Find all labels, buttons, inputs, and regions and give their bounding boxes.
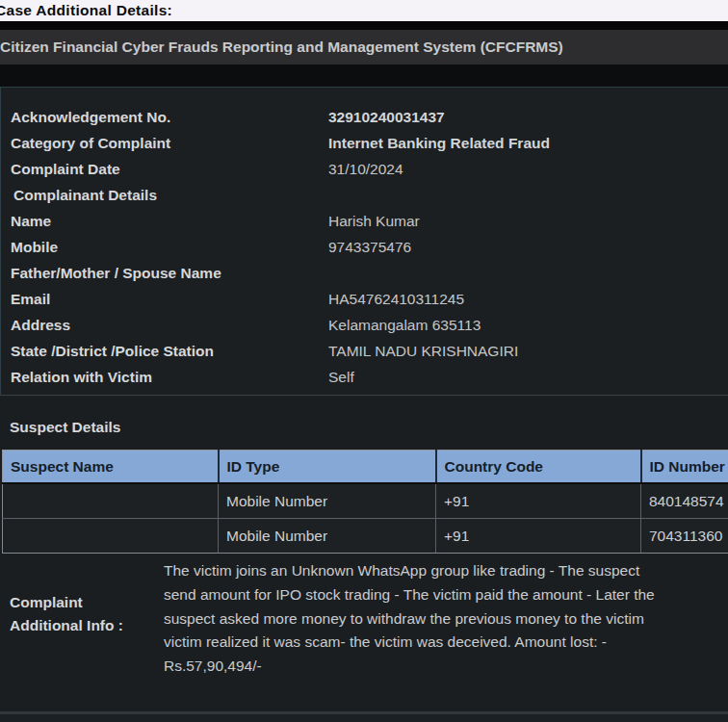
column-header-suspect-name: Suspect Name [3, 451, 219, 484]
field-value: Kelamangalam 635113 [328, 312, 481, 338]
complainant-details-panel: Acknowledgement No. 32910240031437 Categ… [0, 87, 728, 396]
complaint-additional-info-text: The victim joins an Unknown WhatsApp gro… [164, 559, 728, 679]
table-row: Mobile Number +91 704311360 [3, 519, 728, 554]
field-label: Complaint Date [11, 156, 328, 182]
detail-row-name: Name Harish Kumar [11, 208, 728, 234]
complaint-additional-info-section: Complaint Additional Info : The victim j… [0, 554, 728, 711]
field-label: Mobile [11, 234, 328, 260]
cell-suspect-name [3, 519, 219, 554]
section-label: Complainant Details [11, 182, 331, 208]
divider-strip [0, 64, 728, 87]
field-label: Email [11, 286, 328, 312]
field-value: Internet Banking Related Fraud [328, 130, 550, 156]
detail-row-complaint-date: Complaint Date 31/10/2024 [11, 156, 728, 182]
field-value: 32910240031437 [328, 104, 445, 130]
detail-row-state-district-ps: State /District /Police Station TAMIL NA… [11, 338, 728, 364]
cell-id-type: Mobile Number [219, 483, 436, 519]
cell-suspect-name [3, 483, 219, 519]
divider-strip [0, 21, 728, 30]
column-header-country-code: Country Code [436, 451, 641, 484]
detail-row-email: Email HA54762410311245 [11, 286, 728, 312]
report-body: Acknowledgement No. 32910240031437 Categ… [0, 87, 728, 711]
case-additional-details-page: Case Additional Details: Citizen Financi… [0, 0, 728, 722]
page-title: Case Additional Details: [0, 2, 172, 19]
table-header-row: Suspect Name ID Type Country Code ID Num… [3, 451, 728, 484]
table-row: Mobile Number +91 840148574 [3, 483, 728, 519]
cell-country-code: +91 [436, 519, 641, 554]
cell-id-type: Mobile Number [219, 519, 436, 554]
field-value: 31/10/2024 [328, 156, 403, 182]
detail-row-category: Category of Complaint Internet Banking R… [11, 130, 728, 156]
field-value: HA54762410311245 [328, 286, 464, 312]
field-value: Self [328, 364, 354, 390]
system-title: Citizen Financial Cyber Frauds Reporting… [0, 39, 563, 56]
field-value: 9743375476 [328, 234, 411, 260]
field-label: Father/Mother / Spouse Name [11, 260, 328, 286]
page-header-bar: Case Additional Details: [0, 0, 728, 21]
cell-id-number: 704311360 [641, 519, 728, 554]
field-label: Acknowledgement No. [11, 104, 328, 130]
field-label: Category of Complaint [11, 130, 328, 156]
detail-row-relation-with-victim: Relation with Victim Self [11, 364, 728, 390]
system-title-bar: Citizen Financial Cyber Frauds Reporting… [0, 30, 728, 64]
suspect-details-table: Suspect Name ID Type Country Code ID Num… [2, 450, 728, 554]
cell-id-number: 840148574 [641, 483, 728, 519]
field-value: Harish Kumar [328, 208, 420, 234]
detail-row-acknowledgement-no: Acknowledgement No. 32910240031437 [11, 104, 728, 130]
field-label: Name [11, 208, 328, 234]
complaint-additional-info-label: Complaint Additional Info : [10, 591, 156, 637]
complainant-details-subheading: Complainant Details [11, 182, 728, 208]
detail-row-address: Address Kelamangalam 635113 [11, 312, 728, 338]
cell-country-code: +91 [436, 483, 641, 519]
field-label: Relation with Victim [11, 364, 328, 390]
field-label: State /District /Police Station [11, 338, 328, 364]
suspect-details-heading: Suspect Details [10, 414, 120, 440]
column-header-id-number: ID Number [641, 451, 728, 484]
detail-row-father-mother-spouse: Father/Mother / Spouse Name [11, 260, 728, 286]
detail-row-mobile: Mobile 9743375476 [11, 234, 728, 260]
field-label: Address [11, 312, 328, 338]
field-value: TAMIL NADU KRISHNAGIRI [328, 338, 518, 364]
bottom-strip [0, 714, 728, 722]
column-header-id-type: ID Type [219, 451, 436, 484]
